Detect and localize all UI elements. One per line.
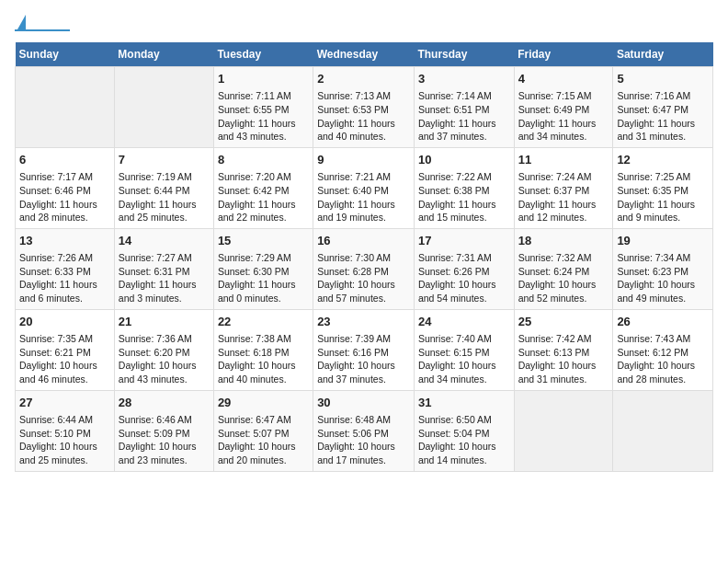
day-info: Sunset: 6:38 PM: [418, 184, 510, 198]
day-info: Sunrise: 7:29 AM: [218, 251, 309, 265]
day-info: Daylight: 11 hours and 34 minutes.: [518, 117, 609, 144]
day-number: 26: [617, 314, 709, 330]
day-number: 24: [418, 314, 510, 330]
col-monday: Monday: [114, 42, 213, 67]
day-info: Sunrise: 7:35 AM: [19, 332, 110, 346]
day-info: Daylight: 11 hours and 43 minutes.: [218, 117, 309, 144]
day-info: Sunrise: 7:32 AM: [518, 251, 609, 265]
day-info: Sunset: 6:30 PM: [218, 265, 309, 279]
day-info: Sunrise: 7:27 AM: [119, 251, 210, 265]
day-info: Daylight: 11 hours and 37 minutes.: [418, 117, 510, 144]
day-info: Sunset: 6:55 PM: [218, 103, 309, 117]
day-info: Daylight: 10 hours and 37 minutes.: [317, 359, 410, 385]
day-info: Sunset: 5:07 PM: [218, 427, 309, 441]
day-info: Sunrise: 7:40 AM: [418, 332, 510, 346]
day-number: 28: [119, 395, 210, 411]
calendar-cell: 10Sunrise: 7:22 AMSunset: 6:38 PMDayligh…: [414, 147, 514, 228]
calendar-week-row: 20Sunrise: 7:35 AMSunset: 6:21 PMDayligh…: [16, 309, 713, 390]
day-info: Sunrise: 6:50 AM: [418, 413, 510, 427]
day-number: 5: [617, 71, 709, 87]
calendar-cell: 16Sunrise: 7:30 AMSunset: 6:28 PMDayligh…: [313, 228, 415, 309]
calendar-cell: 30Sunrise: 6:48 AMSunset: 5:06 PMDayligh…: [313, 390, 415, 471]
day-info: Daylight: 10 hours and 14 minutes.: [418, 440, 510, 466]
calendar-cell: [16, 67, 115, 148]
calendar-cell: 7Sunrise: 7:19 AMSunset: 6:44 PMDaylight…: [114, 147, 213, 228]
calendar-cell: [514, 390, 613, 471]
day-info: Daylight: 10 hours and 23 minutes.: [119, 440, 210, 466]
day-info: Sunrise: 7:34 AM: [617, 251, 709, 265]
calendar-cell: 20Sunrise: 7:35 AMSunset: 6:21 PMDayligh…: [16, 309, 115, 390]
day-info: Sunrise: 7:39 AM: [317, 332, 410, 346]
logo-triangle-icon: [17, 15, 26, 29]
day-info: Daylight: 11 hours and 0 minutes.: [218, 278, 309, 304]
day-info: Sunset: 6:18 PM: [218, 346, 309, 360]
calendar-week-row: 27Sunrise: 6:44 AMSunset: 5:10 PMDayligh…: [16, 390, 713, 471]
day-number: 19: [617, 233, 709, 249]
calendar-cell: [114, 67, 213, 148]
calendar-cell: 18Sunrise: 7:32 AMSunset: 6:24 PMDayligh…: [514, 228, 613, 309]
col-sunday: Sunday: [16, 42, 115, 67]
day-number: 8: [218, 152, 309, 168]
calendar-cell: 14Sunrise: 7:27 AMSunset: 6:31 PMDayligh…: [114, 228, 213, 309]
calendar-cell: 8Sunrise: 7:20 AMSunset: 6:42 PMDaylight…: [213, 147, 313, 228]
day-info: Sunrise: 7:13 AM: [317, 89, 410, 103]
day-info: Sunrise: 7:16 AM: [617, 89, 709, 103]
day-info: Sunset: 6:24 PM: [518, 265, 609, 279]
day-number: 7: [119, 152, 210, 168]
day-info: Daylight: 10 hours and 17 minutes.: [317, 440, 410, 466]
day-number: 13: [19, 233, 110, 249]
calendar-cell: 9Sunrise: 7:21 AMSunset: 6:40 PMDaylight…: [313, 147, 415, 228]
day-info: Sunset: 6:31 PM: [119, 265, 210, 279]
day-info: Sunset: 6:40 PM: [317, 184, 410, 198]
day-info: Sunset: 6:23 PM: [617, 265, 709, 279]
day-number: 30: [317, 395, 410, 411]
logo: [15, 15, 70, 31]
calendar-week-row: 1Sunrise: 7:11 AMSunset: 6:55 PMDaylight…: [16, 67, 713, 148]
day-info: Sunrise: 7:30 AM: [317, 251, 410, 265]
day-info: Sunrise: 7:14 AM: [418, 89, 510, 103]
day-info: Sunset: 6:13 PM: [518, 346, 609, 360]
day-info: Daylight: 11 hours and 3 minutes.: [119, 278, 210, 304]
calendar-cell: 6Sunrise: 7:17 AMSunset: 6:46 PMDaylight…: [16, 147, 115, 228]
day-info: Daylight: 10 hours and 54 minutes.: [418, 278, 510, 304]
calendar-header: Sunday Monday Tuesday Wednesday Thursday…: [16, 42, 713, 67]
calendar-body: 1Sunrise: 7:11 AMSunset: 6:55 PMDaylight…: [16, 67, 713, 472]
day-info: Sunset: 5:06 PM: [317, 427, 410, 441]
day-info: Sunrise: 7:20 AM: [218, 170, 309, 184]
day-number: 2: [317, 71, 410, 87]
day-number: 4: [518, 71, 609, 87]
day-info: Sunrise: 7:43 AM: [617, 332, 709, 346]
day-info: Sunset: 6:33 PM: [19, 265, 110, 279]
calendar-cell: 24Sunrise: 7:40 AMSunset: 6:15 PMDayligh…: [414, 309, 514, 390]
day-info: Sunset: 6:21 PM: [19, 346, 110, 360]
calendar-cell: 31Sunrise: 6:50 AMSunset: 5:04 PMDayligh…: [414, 390, 514, 471]
day-info: Daylight: 11 hours and 15 minutes.: [418, 198, 510, 224]
day-number: 20: [19, 314, 110, 330]
header-row: Sunday Monday Tuesday Wednesday Thursday…: [16, 42, 713, 67]
day-info: Daylight: 10 hours and 43 minutes.: [119, 359, 210, 385]
day-info: Sunrise: 7:19 AM: [119, 170, 210, 184]
day-info: Sunrise: 7:21 AM: [317, 170, 410, 184]
day-info: Daylight: 10 hours and 46 minutes.: [19, 359, 110, 385]
day-info: Sunrise: 7:31 AM: [418, 251, 510, 265]
day-info: Daylight: 10 hours and 20 minutes.: [218, 440, 309, 466]
calendar-cell: 1Sunrise: 7:11 AMSunset: 6:55 PMDaylight…: [213, 67, 313, 148]
day-info: Daylight: 11 hours and 12 minutes.: [518, 198, 609, 224]
calendar-cell: 11Sunrise: 7:24 AMSunset: 6:37 PMDayligh…: [514, 147, 613, 228]
calendar-cell: 15Sunrise: 7:29 AMSunset: 6:30 PMDayligh…: [213, 228, 313, 309]
day-number: 6: [19, 152, 110, 168]
day-info: Daylight: 10 hours and 34 minutes.: [418, 359, 510, 385]
calendar-cell: 29Sunrise: 6:47 AMSunset: 5:07 PMDayligh…: [213, 390, 313, 471]
col-saturday: Saturday: [613, 42, 713, 67]
day-number: 14: [119, 233, 210, 249]
day-info: Daylight: 10 hours and 40 minutes.: [218, 359, 309, 385]
day-number: 3: [418, 71, 510, 87]
day-info: Daylight: 11 hours and 31 minutes.: [617, 117, 709, 144]
day-info: Sunset: 5:09 PM: [119, 427, 210, 441]
day-info: Sunset: 6:28 PM: [317, 265, 410, 279]
col-thursday: Thursday: [414, 42, 514, 67]
col-tuesday: Tuesday: [213, 42, 313, 67]
day-info: Daylight: 10 hours and 49 minutes.: [617, 278, 709, 304]
calendar-cell: 5Sunrise: 7:16 AMSunset: 6:47 PMDaylight…: [613, 67, 713, 148]
day-info: Daylight: 11 hours and 9 minutes.: [617, 198, 709, 224]
